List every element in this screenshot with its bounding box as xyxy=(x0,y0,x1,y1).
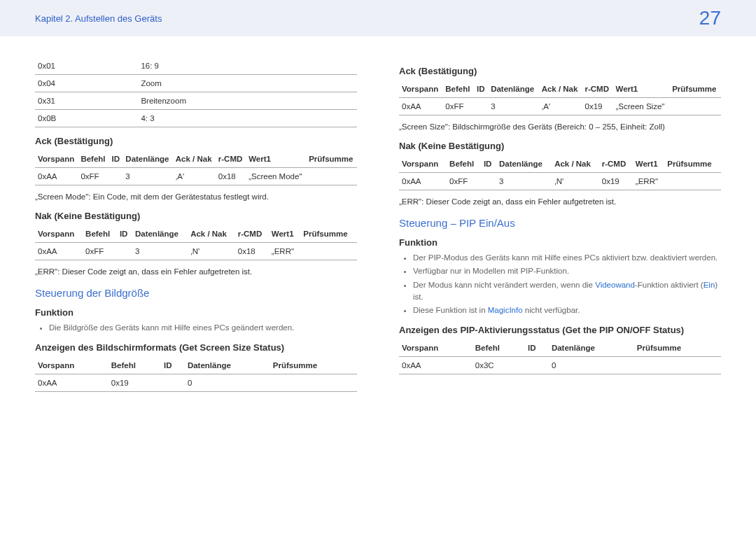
status-title: Anzeigen des Bildschirmformats (Get Scre… xyxy=(35,342,357,353)
videowand-link[interactable]: Videowand xyxy=(595,281,635,289)
funktion-list: Die Bildgröße des Geräts kann mit Hilfe … xyxy=(35,322,357,334)
code-table: 0x0116: 9 0x04Zoom 0x31Breitenzoom 0x0B4… xyxy=(35,57,357,127)
nak-note: „ERR": Dieser Code zeigt an, dass ein Fe… xyxy=(399,196,721,207)
nak-table: VorspannBefehlIDDatenlängeAck / Nakr-CMD… xyxy=(35,225,357,260)
table-row: 0xAA0xFF3‚N'0x18„ERR" xyxy=(35,243,357,260)
table-row: 0xAA0x3C0 xyxy=(399,357,721,374)
table-row: 0x04Zoom xyxy=(35,75,357,92)
ack-table: VorspannBefehlIDDatenlängeAck / Nakr-CMD… xyxy=(35,150,357,185)
ack-title: Ack (Bestätigung) xyxy=(399,66,721,76)
table-row: 0x31Breitenzoom xyxy=(35,92,357,110)
list-item: Der Modus kann nicht verändert werden, w… xyxy=(413,279,721,304)
magicinfo-link[interactable]: MagicInfo xyxy=(488,306,523,314)
funktion-title: Funktion xyxy=(35,307,357,318)
table-row: 0xAA0xFF3‚N'0x19„ERR" xyxy=(399,173,721,190)
nak-note: „ERR": Dieser Code zeigt an, dass ein Fe… xyxy=(35,266,357,277)
status-table: VorspannBefehlIDDatenlängePrüfsumme 0xAA… xyxy=(399,339,721,374)
header-bar: Kapitel 2. Aufstellen des Geräts 27 xyxy=(0,0,756,36)
content: 0x0116: 9 0x04Zoom 0x31Breitenzoom 0x0B4… xyxy=(0,36,756,392)
table-row: 0xAA0x190 xyxy=(35,374,357,392)
ein-link[interactable]: Ein xyxy=(704,281,715,289)
section-title-pip: Steuerung – PIP Ein/Aus xyxy=(399,217,721,229)
status-table: VorspannBefehlIDDatenlängePrüfsumme 0xAA… xyxy=(35,357,357,392)
ack-note: „Screen Mode": Ein Code, mit dem der Ger… xyxy=(35,191,357,202)
chapter-title: Kapitel 2. Aufstellen des Geräts xyxy=(35,13,162,24)
section-title-bildgroesse: Steuerung der Bildgröße xyxy=(35,287,357,299)
ack-title: Ack (Bestätigung) xyxy=(35,136,357,146)
status-title: Anzeigen des PIP-Aktivierungsstatus (Get… xyxy=(399,325,721,335)
table-row: 0xAA0xFF3‚A'0x19„Screen Size" xyxy=(399,98,721,115)
funktion-list: Der PIP-Modus des Geräts kann mit Hilfe … xyxy=(399,252,721,316)
nak-table: VorspannBefehlIDDatenlängeAck / Nakr-CMD… xyxy=(399,155,721,190)
left-column: 0x0116: 9 0x04Zoom 0x31Breitenzoom 0x0B4… xyxy=(35,57,357,392)
funktion-title: Funktion xyxy=(399,237,721,248)
table-row: 0xAA0xFF3‚A'0x18„Screen Mode" xyxy=(35,168,357,185)
ack-note: „Screen Size": Bildschirmgröße des Gerät… xyxy=(399,121,721,132)
right-column: Ack (Bestätigung) VorspannBefehlIDDatenl… xyxy=(399,57,721,392)
nak-title: Nak (Keine Bestätigung) xyxy=(399,141,721,151)
list-item: Diese Funktion ist in MagicInfo nicht ve… xyxy=(413,304,721,316)
nak-title: Nak (Keine Bestätigung) xyxy=(35,211,357,221)
table-row: 0x0116: 9 xyxy=(35,57,357,75)
table-row: 0x0B4: 3 xyxy=(35,110,357,127)
ack-table: VorspannBefehlIDDatenlängeAck / Nakr-CMD… xyxy=(399,80,721,115)
page-number: 27 xyxy=(699,7,721,29)
